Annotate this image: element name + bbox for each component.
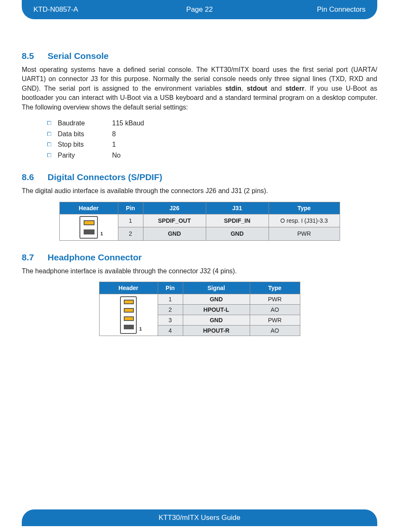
list-item: Parity No (47, 150, 377, 161)
table-row: 1 1 SPDIF_OUT SPDIF_IN O resp. I (J31)-3… (59, 214, 340, 227)
settings-list: Baudrate 115 kBaud Data bits 8 Stop bits… (47, 118, 377, 160)
cell: SPDIF_IN (206, 214, 269, 227)
pin-icon (84, 229, 95, 234)
cell: 3 (158, 315, 183, 326)
heading-text: Digital Connectors (S/PDIF) (48, 172, 162, 182)
setting-label: Data bits (58, 129, 112, 140)
heading-text: Headphone Connector (48, 252, 142, 262)
paragraph-8-7: The headphone interface is available thr… (22, 267, 377, 276)
table-row: 1 1 GND PWR (99, 294, 300, 305)
cell: GND (183, 315, 250, 326)
list-item: Data bits 8 (47, 129, 377, 140)
col-header: Header (59, 202, 118, 214)
spdif-table: Header Pin J26 J31 Type 1 1 SPDIF_OUT SP… (59, 202, 340, 241)
cell: AO (250, 305, 300, 315)
list-item: Baudrate 115 kBaud (47, 118, 377, 129)
cell: HPOUT-L (183, 305, 250, 315)
footer-text: KTT30/mITX Users Guide (159, 514, 240, 522)
cell: 2 (158, 305, 183, 315)
heading-text: Serial Console (48, 51, 109, 61)
heading-8-5: 8.5 Serial Console (22, 51, 377, 61)
heading-number: 8.5 (22, 51, 45, 61)
cell: O resp. I (J31)-3.3 (269, 214, 340, 227)
bullet-icon (47, 139, 58, 150)
col-header: Pin (158, 282, 183, 294)
cell: PWR (250, 315, 300, 326)
pin-icon (84, 220, 95, 225)
page-header: KTD-N0857-A Page 22 Pin Connectors (0, 0, 399, 19)
bold: stdin (225, 85, 241, 92)
col-header: Signal (183, 282, 250, 294)
pin-icon (124, 325, 134, 329)
setting-label: Baudrate (58, 118, 112, 129)
page-footer: KTT30/mITX Users Guide (22, 509, 377, 526)
cell: 2 (118, 227, 143, 241)
headphone-table: Header Pin Signal Type 1 1 GND PWR (99, 282, 300, 336)
content: 8.5 Serial Console Most operating system… (22, 19, 377, 378)
bold: stdout (247, 85, 267, 92)
bullet-icon (47, 129, 58, 140)
col-header: J31 (206, 202, 269, 214)
bold: stderr (286, 85, 304, 92)
cell: SPDIF_OUT (143, 214, 206, 227)
bullet-icon (47, 150, 58, 161)
heading-number: 8.6 (22, 172, 45, 182)
heading-8-6: 8.6 Digital Connectors (S/PDIF) (22, 172, 377, 182)
cell: GND (183, 294, 250, 305)
col-header: Pin (118, 202, 143, 214)
col-header: Type (250, 282, 300, 294)
heading-number: 8.7 (22, 252, 45, 262)
cell: 1 (158, 294, 183, 305)
col-header: J26 (143, 202, 206, 214)
pin-icon (124, 300, 134, 304)
setting-label: Stop bits (58, 139, 112, 150)
text: and (267, 85, 286, 92)
setting-value: 8 (112, 129, 116, 140)
setting-value: 1 (112, 139, 116, 150)
cell: PWR (269, 227, 340, 241)
pin1-label: 1 (100, 231, 103, 236)
pin-icon (124, 308, 134, 313)
col-header: Header (99, 282, 158, 294)
doc-code: KTD-N0857-A (33, 5, 144, 14)
page: KTD-N0857-A Page 22 Pin Connectors 8.5 S… (0, 0, 399, 532)
cell: GND (206, 227, 269, 241)
page-number: Page 22 (144, 5, 255, 14)
cell: 4 (158, 326, 183, 336)
bullet-icon (47, 118, 58, 129)
connector-diagram-cell: 1 (59, 214, 118, 240)
paragraph-8-6: The digital audio interface is available… (22, 186, 377, 196)
table-header-row: Header Pin Signal Type (99, 282, 300, 294)
cell: 1 (118, 214, 143, 227)
text: , (241, 85, 247, 92)
header-bar: KTD-N0857-A Page 22 Pin Connectors (22, 0, 377, 19)
paragraph-8-5: Most operating systems have a defined se… (22, 65, 377, 112)
cell: AO (250, 326, 300, 336)
pin-icon (124, 316, 134, 321)
connector-diagram-cell: 1 (99, 294, 158, 336)
setting-value: 115 kBaud (112, 118, 144, 129)
heading-8-7: 8.7 Headphone Connector (22, 252, 377, 262)
cell: PWR (250, 294, 300, 305)
setting-value: No (112, 150, 120, 161)
setting-label: Parity (58, 150, 112, 161)
col-header: Type (269, 202, 340, 214)
table-header-row: Header Pin J26 J31 Type (59, 202, 340, 214)
pin1-label: 1 (139, 326, 142, 331)
cell: GND (143, 227, 206, 241)
connector-2pin-icon: 1 (79, 216, 98, 239)
list-item: Stop bits 1 (47, 139, 377, 150)
section-title: Pin Connectors (255, 5, 366, 14)
connector-4pin-icon: 1 (120, 296, 137, 334)
cell: HPOUT-R (183, 326, 250, 336)
